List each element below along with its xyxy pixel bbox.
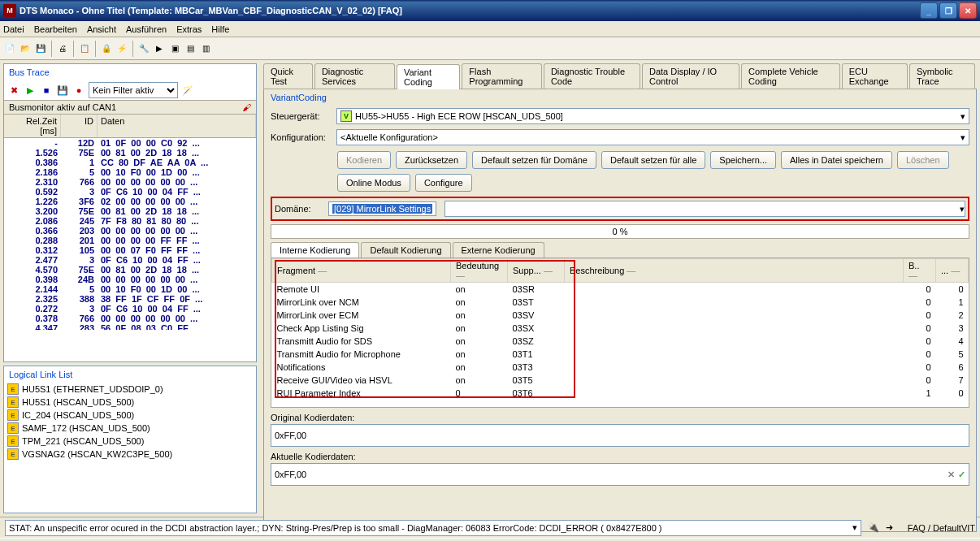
menu-ausfuehren[interactable]: Ausführen — [126, 24, 167, 34]
grid-row[interactable]: Transmitt Audio for Microphoneon03T105 — [272, 348, 969, 361]
grid-row[interactable]: MirrorLink over NCMon03ST01 — [272, 296, 969, 309]
link-item[interactable]: EIC_204 (HSCAN_UDS_500) — [4, 409, 256, 422]
grid-row[interactable]: MirrorLink over ECMon03SV02 — [272, 309, 969, 322]
flash-icon[interactable]: ⚡ — [115, 42, 128, 55]
minimize-button[interactable]: _ — [920, 2, 938, 19]
trace-row[interactable]: 0.59230F C6 10 00 04 FF ... — [4, 187, 256, 197]
trace-row[interactable]: 2.47730F C6 10 00 04 FF ... — [4, 255, 256, 265]
alles-speichern-button[interactable]: Alles in Datei speichern — [781, 151, 892, 169]
grid-row[interactable]: Receive GUI/Video via HSVLon03T507 — [272, 374, 969, 387]
tab-symbolic-trace[interactable]: Symbolic Trace — [909, 63, 975, 89]
trace-row[interactable]: 0.3861CC 80 DF AE AA 0A ... — [4, 158, 256, 167]
grid-header[interactable]: Fragment — — [272, 259, 451, 283]
grid-row[interactable]: Notificationson03T306 — [272, 361, 969, 374]
tab-flash-programming[interactable]: Flash Programming — [462, 63, 542, 89]
grid-header[interactable]: Beschreibung — — [565, 259, 904, 283]
trace-table[interactable]: Rel.Zeit [ms] ID Daten -12D01 0F 00 00 C… — [4, 115, 256, 330]
trace-row[interactable]: 0.37876600 00 00 00 00 00 ... — [4, 314, 256, 323]
tab-ecu-exchange[interactable]: ECU Exchange — [842, 63, 908, 89]
stop-icon[interactable]: ■ — [40, 84, 53, 97]
trace-row[interactable]: 2.32538838 FF 1F CF FF 0F ... — [4, 294, 256, 304]
link-list[interactable]: EHU5S1 (ETHERNET_UDSDOIP_0)EHU5S1 (HSCAN… — [4, 383, 256, 513]
play-icon[interactable]: ▶ — [24, 84, 37, 97]
loeschen-button[interactable]: Löschen — [897, 151, 949, 169]
tool3-icon[interactable]: ▣ — [168, 42, 181, 55]
close-button[interactable]: ✕ — [959, 2, 977, 19]
inner-tab[interactable]: Default Kodierung — [361, 242, 450, 258]
save-icon[interactable]: 💾 — [34, 42, 47, 55]
link-item[interactable]: EVGSNAG2 (HSCAN_KW2C3PE_500) — [4, 448, 256, 461]
trace-row[interactable]: 1.52675E00 81 00 2D 18 18 ... — [4, 148, 256, 158]
grid-row[interactable]: Transmitt Audio for SDSon03SZ04 — [272, 335, 969, 348]
menu-hilfe[interactable]: Hilfe — [211, 24, 229, 34]
grid-header[interactable]: B.. — — [904, 259, 936, 283]
grid-header[interactable]: Supp... — — [508, 259, 565, 283]
copy-icon[interactable]: 📋 — [78, 42, 91, 55]
arrow-icon[interactable]: ➜ — [886, 522, 893, 533]
wand-icon[interactable]: 🪄 — [181, 84, 194, 97]
grid-header[interactable]: ... — — [936, 259, 969, 283]
trace-row[interactable]: 2.144500 10 F0 00 1D 00 ... — [4, 284, 256, 294]
default-all-button[interactable]: Default setzen für alle — [601, 151, 705, 169]
link-item[interactable]: ETPM_221 (HSCAN_UDS_500) — [4, 435, 256, 448]
kodieren-button[interactable]: Kodieren — [337, 151, 391, 169]
tab-diagnostic-trouble-code[interactable]: Diagnostic Trouble Code — [544, 63, 640, 89]
grid-row[interactable]: Remote UIon03SR00 — [272, 283, 969, 296]
inner-tab[interactable]: Externe Kodierung — [453, 242, 544, 258]
tool2-icon[interactable]: ▶ — [153, 42, 166, 55]
apply-icon[interactable]: ✓ — [958, 470, 965, 480]
filter-combo[interactable]: Kein Filter aktiv — [89, 82, 178, 98]
clear-icon[interactable]: ✖ — [7, 84, 20, 97]
tab-data-display-io-control[interactable]: Data Display / IO Control — [642, 63, 739, 89]
trace-row[interactable]: 4.57075E00 81 00 2D 18 18 ... — [4, 265, 256, 275]
trace-row[interactable]: 3.20075E00 81 00 2D 18 18 ... — [4, 206, 256, 216]
menu-bearbeiten[interactable]: Bearbeiten — [34, 24, 77, 34]
tool4-icon[interactable]: ▤ — [184, 42, 197, 55]
menu-extras[interactable]: Extras — [176, 24, 202, 34]
domain-value[interactable]: [029] MirrorLink Settings — [328, 201, 436, 216]
new-icon[interactable]: 📄 — [3, 42, 16, 55]
trace-row[interactable]: 1.2263F602 00 00 00 00 00 ... — [4, 197, 256, 206]
trace-row[interactable]: -12D01 0F 00 00 C0 92 ... — [4, 138, 256, 148]
grid-header[interactable]: Bedeutung — — [451, 259, 508, 283]
trace-row[interactable]: 0.31210500 00 07 F0 FF FF ... — [4, 245, 256, 255]
trace-row[interactable]: 0.28820100 00 00 00 FF FF ... — [4, 236, 256, 245]
brush-icon[interactable]: 🖌 — [242, 102, 251, 112]
status-message-combo[interactable]: STAT: An unspecific error ocured in the … — [5, 520, 861, 536]
grid-row[interactable]: RUI Parameter Index003T610 — [272, 387, 969, 400]
plug-icon[interactable]: 🔌 — [868, 522, 879, 533]
tab-variant-coding[interactable]: Variant Coding — [397, 64, 460, 89]
configure-button[interactable]: Configure — [415, 174, 472, 192]
cancel-icon[interactable]: ✕ — [947, 470, 955, 480]
link-item[interactable]: EHU5S1 (ETHERNET_UDSDOIP_0) — [4, 383, 256, 396]
steuergerat-combo[interactable]: V HU55->HU55 - High ECE ROW [HSCAN_UDS_5… — [336, 108, 969, 124]
trace-row[interactable]: 2.0862457F F8 80 81 80 80 ... — [4, 216, 256, 226]
menu-ansicht[interactable]: Ansicht — [87, 24, 116, 34]
link-item[interactable]: ESAMF_172 (HSCAN_UDS_500) — [4, 422, 256, 435]
maximize-button[interactable]: ❐ — [939, 2, 957, 19]
trace-row[interactable]: 0.36620300 00 00 00 00 00 ... — [4, 226, 256, 236]
speichern-button[interactable]: Speichern... — [710, 151, 776, 169]
lock-icon[interactable]: 🔒 — [100, 42, 113, 55]
tab-diagnostic-services[interactable]: Diagnostic Services — [314, 63, 395, 89]
trace-row[interactable]: 0.39824B00 00 00 00 00 00 ... — [4, 275, 256, 284]
konfig-combo[interactable]: <Aktuelle Konfiguration> ▾ — [336, 129, 969, 145]
trace-row[interactable]: 4.34728356 0F 08 03 C0 FF ... — [4, 323, 256, 330]
online-modus-button[interactable]: Online Modus — [337, 174, 410, 192]
open-icon[interactable]: 📂 — [19, 42, 32, 55]
tab-quick-test[interactable]: Quick Test — [263, 63, 313, 89]
inner-tab[interactable]: Interne Kodierung — [271, 242, 359, 258]
tab-complete-vehicle-coding[interactable]: Complete Vehicle Coding — [741, 63, 840, 89]
save-trace-icon[interactable]: 💾 — [56, 84, 69, 97]
tool5-icon[interactable]: ▥ — [199, 42, 212, 55]
trace-row[interactable]: 0.27230F C6 10 00 04 FF ... — [4, 304, 256, 314]
grid-row[interactable]: Check App Listing Sigon03SX03 — [272, 322, 969, 335]
print-icon[interactable]: 🖨 — [56, 42, 69, 55]
trace-row[interactable]: 2.31076600 00 00 00 00 00 ... — [4, 177, 256, 187]
trace-row[interactable]: 2.186500 10 F0 00 1D 00 ... — [4, 167, 256, 177]
menu-datei[interactable]: Datei — [3, 24, 24, 34]
link-item[interactable]: EHU5S1 (HSCAN_UDS_500) — [4, 396, 256, 409]
coding-grid[interactable]: Fragment —Bedeutung —Supp... —Beschreibu… — [271, 258, 969, 408]
domain-combo[interactable]: ▾ — [444, 201, 965, 217]
default-domain-button[interactable]: Default setzen für Domäne — [472, 151, 596, 169]
